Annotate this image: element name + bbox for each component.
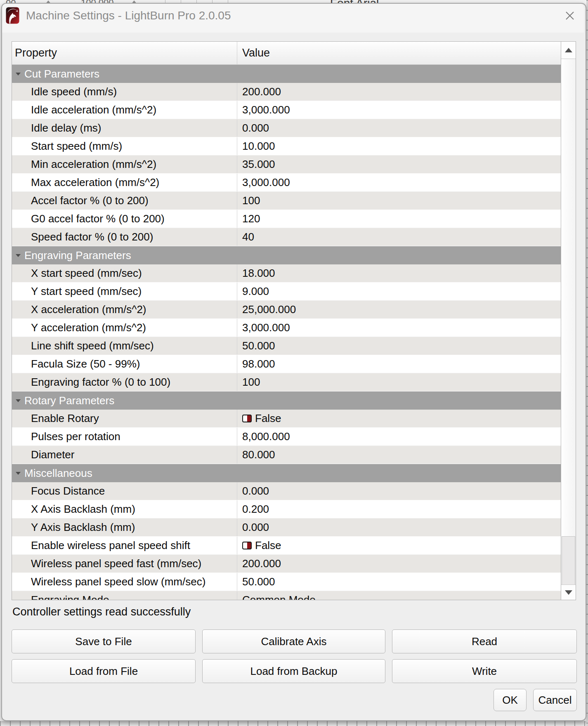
value-cell[interactable]: 3,000.000	[237, 319, 561, 337]
vertical-scrollbar[interactable]	[561, 42, 576, 600]
value-cell[interactable]: 3,000.000	[237, 174, 561, 191]
scrollbar-thumb[interactable]	[562, 536, 575, 585]
value-cell[interactable]: 35.000	[237, 156, 561, 173]
table-row[interactable]: X acceleration (mm/s^2)25,000.000	[12, 301, 561, 319]
load-from-file-button[interactable]: Load from File	[12, 659, 196, 683]
value-cell[interactable]: 98.000	[237, 355, 561, 373]
table-row[interactable]: Facula Size (50 - 99%)98.000	[12, 355, 561, 373]
property-cell: Y start speed (mm/sec)	[12, 283, 237, 300]
property-cell: Idle speed (mm/s)	[12, 83, 237, 101]
write-button[interactable]: Write	[392, 659, 577, 683]
value-cell[interactable]: 18.000	[237, 264, 561, 282]
section-header-row[interactable]: Rotary Parameters	[12, 391, 561, 410]
table-row[interactable]: Enable RotaryFalse	[12, 410, 561, 428]
calibrate-axis-button[interactable]: Calibrate Axis	[202, 629, 385, 653]
value-cell[interactable]: 9.000	[237, 283, 561, 300]
value-cell[interactable]: 0.200	[237, 500, 561, 518]
table-row[interactable]: Start speed (mm/s)10.000	[12, 137, 561, 156]
collapse-arrow-icon	[16, 254, 21, 257]
table-row[interactable]: Accel factor % (0 to 200)100	[12, 192, 561, 210]
value-cell[interactable]: 0.000	[237, 482, 561, 500]
table-row[interactable]: X Axis Backlash (mm)0.200	[12, 500, 561, 519]
value-cell[interactable]: False	[237, 410, 561, 427]
save-to-file-button[interactable]: Save to File	[12, 629, 196, 653]
property-cell: Max acceleration (mm/s^2)	[12, 174, 237, 191]
table-row[interactable]: Focus Distance0.000	[12, 482, 561, 500]
section-label: Rotary Parameters	[24, 394, 114, 407]
toggle-off-icon[interactable]	[242, 542, 252, 549]
value-cell[interactable]: 50.000	[237, 337, 561, 355]
table-row[interactable]: Wireless panel speed slow (mm/sec)50.000	[12, 573, 561, 591]
value-cell[interactable]: 0.000	[237, 119, 561, 137]
value-text: 9.000	[242, 285, 269, 298]
cancel-button[interactable]: Cancel	[533, 689, 577, 711]
section-label: Engraving Parameters	[24, 249, 131, 262]
read-button[interactable]: Read	[392, 629, 577, 653]
table-row[interactable]: Diameter80.000	[12, 446, 561, 464]
table-row[interactable]: Max acceleration (mm/s^2)3,000.000	[12, 174, 561, 192]
table-row[interactable]: Line shift speed (mm/sec)50.000	[12, 337, 561, 355]
value-text: 3,000.000	[242, 321, 290, 334]
value-cell[interactable]: False	[237, 537, 561, 554]
value-cell[interactable]: 25,000.000	[237, 301, 561, 318]
table-row[interactable]: Idle acceleration (mm/s^2)3,000.000	[12, 101, 561, 119]
property-cell: Idle acceleration (mm/s^2)	[12, 101, 237, 119]
property-cell: Min acceleration (mm/s^2)	[12, 156, 237, 173]
property-cell: Y acceleration (mm/s^2)	[12, 319, 237, 337]
table-row[interactable]: Pulses per rotation8,000.000	[12, 428, 561, 446]
load-from-backup-button[interactable]: Load from Backup	[202, 659, 385, 683]
status-message: Controller settings read successfully	[12, 606, 191, 618]
table-row[interactable]: Y start speed (mm/sec)9.000	[12, 283, 561, 301]
scrollbar-up-button[interactable]	[561, 42, 576, 59]
value-cell[interactable]: 100	[237, 373, 561, 391]
table-row[interactable]: Idle delay (ms)0.000	[12, 119, 561, 137]
value-cell[interactable]: 10.000	[237, 137, 561, 155]
table-row[interactable]: Engraving factor % (0 to 100)100	[12, 373, 561, 391]
scrollbar-down-button[interactable]	[561, 585, 576, 600]
column-header-property[interactable]: Property	[12, 42, 237, 64]
table-row[interactable]: Min acceleration (mm/s^2)35.000	[12, 156, 561, 174]
table-row[interactable]: Enable wireless panel speed shiftFalse	[12, 537, 561, 555]
column-header-value[interactable]: Value	[237, 42, 561, 64]
value-cell[interactable]: 40	[237, 228, 561, 246]
table-row[interactable]: Idle speed (mm/s)200.000	[12, 83, 561, 101]
value-text: 100	[242, 194, 260, 207]
value-cell[interactable]: 80.000	[237, 446, 561, 464]
value-text: 98.000	[242, 358, 275, 370]
table-row[interactable]: Y acceleration (mm/s^2)3,000.000	[12, 319, 561, 337]
property-cell: X Axis Backlash (mm)	[12, 500, 237, 518]
property-cell: Diameter	[12, 446, 237, 464]
table-row[interactable]: Engraving ModeCommon Mode	[12, 591, 561, 600]
section-header-row[interactable]: Engraving Parameters	[12, 246, 561, 264]
value-cell[interactable]: 200.000	[237, 555, 561, 573]
property-cell: Idle delay (ms)	[12, 119, 237, 137]
close-icon[interactable]	[562, 9, 578, 23]
table-row[interactable]: Y Axis Backlash (mm)0.000	[12, 519, 561, 537]
table-row[interactable]: G0 accel factor % (0 to 200)120	[12, 210, 561, 228]
property-cell: Line shift speed (mm/sec)	[12, 337, 237, 355]
table-row[interactable]: Wireless panel speed fast (mm/sec)200.00…	[12, 555, 561, 573]
value-cell[interactable]: 200.000	[237, 83, 561, 101]
value-cell[interactable]: Common Mode	[237, 591, 561, 600]
value-cell[interactable]: 8,000.000	[237, 428, 561, 446]
section-header-row[interactable]: Miscellaneous	[12, 464, 561, 482]
value-text: 200.000	[242, 557, 281, 570]
value-cell[interactable]: 100	[237, 192, 561, 210]
dialog-title: Machine Settings - LightBurn Pro 2.0.05	[26, 9, 231, 22]
table-row[interactable]: X start speed (mm/sec)18.000	[12, 264, 561, 283]
ok-button[interactable]: OK	[494, 689, 527, 711]
value-cell[interactable]: 120	[237, 210, 561, 228]
value-text: False	[255, 539, 281, 552]
value-cell[interactable]: 0.000	[237, 519, 561, 536]
value-cell[interactable]: 50.000	[237, 573, 561, 591]
arrow-up-icon	[565, 48, 572, 52]
value-cell[interactable]: 3,000.000	[237, 101, 561, 119]
table-row[interactable]: Speed factor % (0 to 200)40	[12, 228, 561, 246]
value-text: 40	[242, 231, 254, 243]
property-cell: Y Axis Backlash (mm)	[12, 519, 237, 536]
toggle-off-icon[interactable]	[242, 415, 252, 422]
property-cell: Engraving factor % (0 to 100)	[12, 373, 237, 391]
property-cell: Enable Rotary	[12, 410, 237, 427]
section-header-row[interactable]: Cut Parameters	[12, 65, 561, 83]
value-text: 0.200	[242, 503, 269, 516]
